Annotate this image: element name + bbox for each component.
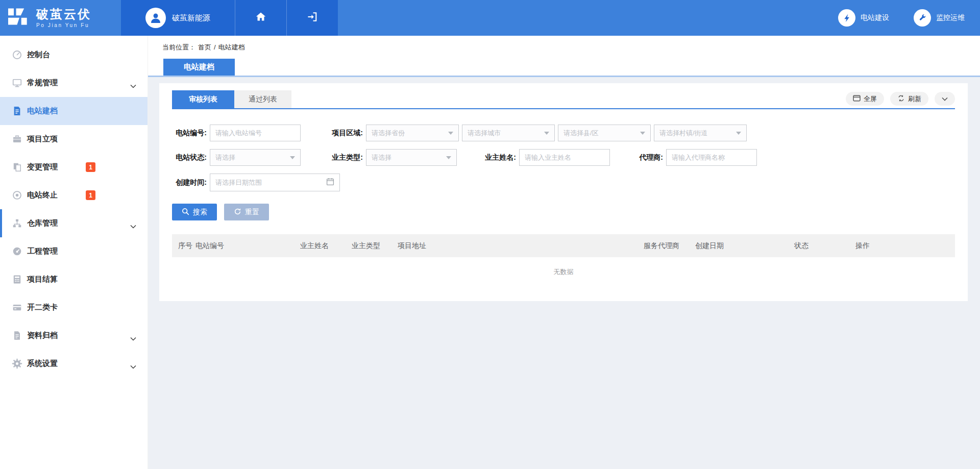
owner-type-select[interactable]: 请选择: [366, 149, 457, 166]
station-no-input[interactable]: [210, 125, 301, 141]
col-actions: 操作: [855, 234, 955, 257]
station-no-label: 电站编号:: [172, 129, 207, 138]
active-route-indicator: [0, 209, 2, 237]
file-icon: [11, 330, 22, 341]
search-icon: [182, 208, 189, 217]
caret-down-icon: [544, 132, 549, 135]
col-status: 状态: [794, 234, 855, 257]
fullscreen-button[interactable]: 全屏: [846, 92, 884, 106]
date-range-value: 请选择日期范围: [215, 178, 262, 187]
station-status-select[interactable]: 请选择: [210, 149, 301, 166]
topbar: 当前位置： 首页 / 电站建档 电站建档: [148, 36, 980, 77]
nav-monitor-ops-label: 监控运维: [936, 13, 965, 22]
monitor-icon: [11, 78, 22, 89]
sidebar-item-system-settings[interactable]: 系统设置: [0, 350, 148, 378]
sidebar-item-dashboard[interactable]: 控制台: [0, 41, 148, 69]
filter-buttons: 搜索 重置: [172, 204, 955, 220]
col-service-agent: 服务代理商: [644, 234, 695, 257]
logout-button[interactable]: [286, 0, 338, 36]
reset-icon: [234, 208, 241, 217]
page-tab-station-archive[interactable]: 电站建档: [163, 59, 235, 76]
breadcrumb-separator: /: [214, 43, 216, 51]
sidebar-item-general-mgmt[interactable]: 常规管理: [0, 69, 148, 97]
panel-actions: 全屏 刷新: [846, 92, 955, 108]
owner-name-label: 业主姓名:: [481, 153, 516, 162]
col-station-no: 电站编号: [195, 234, 300, 257]
province-select[interactable]: 请选择省份: [366, 125, 459, 141]
sidebar-item-project-settlement[interactable]: 项目结算: [0, 265, 148, 293]
calendar-icon: [326, 178, 334, 188]
tab-passed-list[interactable]: 通过列表: [234, 90, 291, 108]
chevron-down-icon: [130, 81, 136, 90]
fullscreen-icon: [853, 95, 861, 103]
fullscreen-label: 全屏: [864, 94, 877, 104]
created-time-label: 创建时间:: [172, 178, 207, 187]
city-select[interactable]: 请选择城市: [462, 125, 555, 141]
county-select[interactable]: 请选择县/区: [558, 125, 651, 141]
station-status-label: 电站状态:: [172, 153, 207, 162]
reset-button[interactable]: 重置: [224, 204, 269, 220]
main-content: 当前位置： 首页 / 电站建档 电站建档 审核列表 通过列表 全屏: [148, 36, 980, 469]
user-menu[interactable]: 破茧新能源: [121, 0, 235, 36]
sidebar-item-warehouse-mgmt[interactable]: 仓库管理: [0, 209, 148, 237]
agent-input[interactable]: [666, 149, 757, 166]
caret-down-icon: [290, 156, 295, 159]
sidebar-item-label: 变更管理: [27, 162, 58, 172]
col-owner-type: 业主类型: [352, 234, 398, 257]
gauge-icon: [11, 50, 22, 61]
notification-badge: 1: [86, 162, 95, 172]
document-icon: [11, 106, 22, 117]
panel-header: 审核列表 通过列表 全屏 刷新: [172, 90, 955, 109]
nav-monitor-ops[interactable]: 监控运维: [914, 9, 965, 27]
reset-label: 重置: [245, 208, 259, 217]
town-select[interactable]: 请选择村镇/街道: [654, 125, 747, 141]
home-button[interactable]: [235, 0, 286, 36]
owner-type-label: 业主类型:: [328, 153, 363, 162]
filter-row-2: 电站状态: 请选择 业主类型: 请选择 业主姓名: 代理商:: [172, 149, 955, 166]
sidebar-item-label: 开二类卡: [27, 303, 58, 312]
app-body: 控制台 常规管理 电站建档 项目立项: [0, 36, 980, 469]
search-button[interactable]: 搜索: [172, 204, 217, 220]
province-select-value: 请选择省份: [372, 129, 405, 138]
sidebar: 控制台 常规管理 电站建档 项目立项: [0, 36, 148, 469]
region-label: 项目区域:: [328, 129, 363, 138]
results-table: 序号 电站编号 业主姓名 业主类型 项目地址 服务代理商 创建日期 状态 操作 …: [172, 234, 955, 287]
filter-form: 电站编号: 项目区域: 请选择省份 请选择城市 请选择县/区: [172, 125, 955, 191]
col-project-address: 项目地址: [398, 234, 644, 257]
breadcrumb: 当前位置： 首页 / 电站建档: [148, 36, 980, 59]
owner-name-input[interactable]: [519, 149, 610, 166]
refresh-button[interactable]: 刷新: [890, 92, 928, 106]
sidebar-item-project-initiation[interactable]: 项目立项: [0, 125, 148, 153]
chevron-down-icon: [130, 221, 136, 231]
sidebar-item-change-mgmt[interactable]: 变更管理 1: [0, 153, 148, 181]
company-name: 破茧新能源: [172, 13, 210, 23]
sidebar-item-data-archive[interactable]: 资料归档: [0, 322, 148, 350]
sidebar-item-open-card[interactable]: 开二类卡: [0, 293, 148, 322]
app-header: 破茧云伏 Po Jian Yun Fu 破茧新能源: [0, 0, 980, 36]
table-header-row: 序号 电站编号 业主姓名 业主类型 项目地址 服务代理商 创建日期 状态 操作: [172, 234, 955, 257]
nav-station-build[interactable]: 电站建设: [838, 9, 889, 27]
header-dark-section: 破茧新能源: [121, 0, 338, 36]
chevron-down-icon: [942, 95, 948, 103]
calculator-icon: [11, 274, 22, 285]
brand-subtitle: Po Jian Yun Fu: [36, 22, 91, 28]
sidebar-item-station-archive[interactable]: 电站建档: [0, 97, 148, 125]
bank-card-icon: [11, 302, 22, 313]
sidebar-item-station-termination[interactable]: 电站终止 1: [0, 181, 148, 209]
header-nav: 电站建设 监控运维: [338, 0, 980, 36]
caret-down-icon: [446, 156, 451, 159]
avatar[interactable]: [145, 8, 166, 28]
breadcrumb-home-link[interactable]: 首页: [198, 43, 211, 52]
sidebar-item-engineering-mgmt[interactable]: 工程管理: [0, 237, 148, 265]
date-range-picker[interactable]: 请选择日期范围: [210, 174, 340, 191]
sidebar-item-label: 资料归档: [27, 331, 58, 340]
tab-review-list[interactable]: 审核列表: [172, 90, 234, 108]
caret-down-icon: [736, 132, 741, 135]
county-select-value: 请选择县/区: [564, 129, 599, 138]
sitemap-icon: [11, 218, 22, 229]
collapse-button[interactable]: [935, 92, 955, 106]
sidebar-item-label: 电站建档: [27, 106, 58, 116]
sidebar-item-label: 项目结算: [27, 275, 58, 284]
col-owner-name: 业主姓名: [300, 234, 352, 257]
nav-station-build-label: 电站建设: [861, 13, 889, 22]
